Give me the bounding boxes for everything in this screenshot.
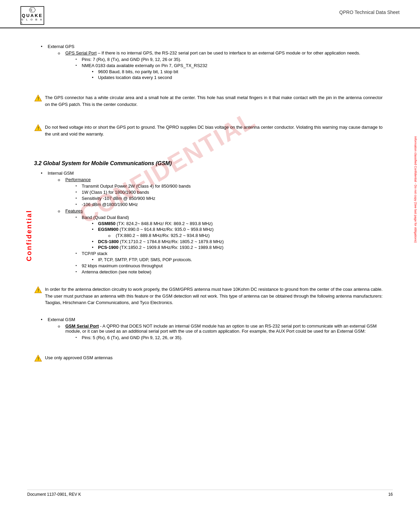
internal-gsm-section: Internal GSM Performance Transmit Output… bbox=[41, 171, 383, 274]
pcs1900-name: PCS-1900 bbox=[98, 245, 118, 250]
warning-icon-4: ! bbox=[34, 354, 42, 363]
perf-item-4: -106 dBm @1800/1900 MHz bbox=[76, 202, 383, 207]
throughput-text: 92 kbps maximum continuous throughput bbox=[82, 263, 163, 268]
warning-antenna-detection-text: In order for the antenna detection circu… bbox=[45, 286, 383, 306]
perf-text-2: 1W (Class 1) for 1800/1900 bands bbox=[82, 190, 149, 195]
pcs1900-detail: (TX:1850.2 ~ 1909.8 MHz/Rx: 1930.2 ~ 198… bbox=[120, 245, 224, 250]
antenna-det-item: Antenna detection (see note below) bbox=[76, 269, 383, 274]
gsm-serial-port-label: GSM Serial Port bbox=[65, 323, 99, 329]
logo-text-quake: QUAKE bbox=[22, 13, 43, 18]
tcpip-bullet-list: IP, TCP, SMTP, FTP, UDP, SMS, POP protoc… bbox=[92, 257, 383, 262]
warning-gps-connector-text: The GPS connector has a white circular a… bbox=[45, 94, 383, 108]
egsm900-name: EGSM900 bbox=[98, 227, 118, 232]
internal-gsm-item: Internal GSM Performance Transmit Output… bbox=[41, 171, 383, 274]
dcs1800-detail: (TX:1710.2 ~ 1784.8 MHz/Rx: 1805.2 ~ 187… bbox=[120, 239, 224, 244]
external-gps-item: External GPS GPS Serial Port – If there … bbox=[41, 44, 383, 80]
warning-gsm-antennas: ! Use only approved GSM antennas bbox=[34, 354, 383, 363]
svg-text:!: ! bbox=[38, 126, 39, 131]
egsm900-sub-text: (TX:880.2 ~ 889.8 MHz/Rx: 925.2 ~ 934.8 … bbox=[116, 233, 210, 238]
svg-text:!: ! bbox=[38, 288, 39, 293]
warning-gps-voltage-text: Do not feed voltage into or short the GP… bbox=[45, 124, 383, 137]
ext-gsm-pins-item: Pins: 5 (Rx), 6 (Tx), and GND (Pin 9, 12… bbox=[76, 335, 383, 340]
warning-icon-2: ! bbox=[34, 124, 42, 132]
internal-gsm-label: Internal GSM bbox=[48, 171, 74, 176]
external-gsm-label: External GSM bbox=[48, 317, 75, 322]
perf-text-4: -106 dBm @1800/1900 MHz bbox=[82, 202, 138, 207]
gps-serial-port-label: GPS Serial Port bbox=[65, 50, 97, 56]
left-confidential-label: Confidential bbox=[25, 210, 33, 262]
external-gps-section: External GPS GPS Serial Port – If there … bbox=[41, 44, 383, 80]
dcs1800-item: DCS-1800 (TX:1710.2 ~ 1784.8 MHz/Rx: 180… bbox=[92, 239, 383, 244]
gps-nmea-text: NMEA 0183 data available externally on P… bbox=[82, 63, 207, 68]
gps-square-list: Pins: 7 (Rx), 8 (Tx), and GND (Pin 9, 12… bbox=[76, 57, 383, 80]
header: Q QUAKE G L O B A L QPRO Technical Data … bbox=[0, 0, 420, 28]
gps-update-text: Updates location data every 1 second bbox=[98, 75, 172, 80]
performance-square-list: Transmit Output Power 2W (Class 4) for 8… bbox=[76, 184, 383, 207]
gps-baud-text: 9600 Baud, 8 bits, no parity bit, 1 stop… bbox=[98, 69, 178, 74]
footer: Document 1137-0901, REV K 16 bbox=[27, 490, 393, 497]
external-gsm-circle-list: GSM Serial Port - A QPRO that DOES NOT i… bbox=[58, 323, 383, 340]
band-item: Band (Quad Dual Band) GSM850 (TX: 824.2~… bbox=[76, 215, 383, 250]
features-item: Features Band (Quad Dual Band) GSM850 bbox=[58, 208, 383, 274]
warning-antenna-detection: ! In order for the antenna detection cir… bbox=[34, 286, 383, 306]
tcpip-protocols-item: IP, TCP, SMTP, FTP, UDP, SMS, POP protoc… bbox=[92, 257, 383, 262]
egsm900-item: EGSM900 (TX:890.0 ~ 914.8 MHz/Rx: 935.0 … bbox=[92, 227, 383, 238]
pcs1900-item: PCS-1900 (TX:1850.2 ~ 1909.8 MHz/Rx: 193… bbox=[92, 245, 383, 250]
gps-nmea-item: NMEA 0183 data available externally on P… bbox=[76, 63, 383, 80]
logo-area: Q QUAKE G L O B A L bbox=[20, 6, 44, 25]
perf-text-3: Sensitivity -107 dBm @ 850/900 MHz bbox=[82, 196, 155, 201]
gsm850-detail: (TX: 824.2~ 848.8 MHz/ RX: 869.2 ~ 893.8… bbox=[117, 221, 213, 226]
band-bullet-list: GSM850 (TX: 824.2~ 848.8 MHz/ RX: 869.2 … bbox=[92, 221, 383, 250]
tcpip-label: TCP/IP stack bbox=[82, 251, 108, 256]
perf-item-1: Transmit Output Power 2W (Class 4) for 8… bbox=[76, 184, 383, 189]
main-content: External GPS GPS Serial Port – If there … bbox=[0, 28, 410, 382]
footer-page-number: 16 bbox=[388, 492, 393, 497]
performance-label: Performance bbox=[65, 177, 91, 182]
ext-gsm-pins-text: Pins: 5 (Rx), 6 (Tx), and GND (Pin 9, 12… bbox=[82, 335, 182, 340]
external-gsm-section: External GSM GSM Serial Port - A QPRO th… bbox=[41, 317, 383, 340]
logo-box: Q QUAKE G L O B A L bbox=[20, 6, 44, 25]
quake-logo-icon: Q bbox=[28, 7, 37, 13]
logo-text-global: G L O B A L bbox=[21, 18, 44, 24]
external-gps-label: External GPS bbox=[48, 44, 75, 49]
band-label: Band (Quad Dual Band) bbox=[82, 215, 129, 220]
performance-item: Performance Transmit Output Power 2W (Cl… bbox=[58, 177, 383, 207]
gsm850-name: GSM850 bbox=[98, 221, 115, 226]
gps-nmea-sub-list: 9600 Baud, 8 bits, no parity bit, 1 stop… bbox=[92, 69, 383, 80]
gps-circle-list: GPS Serial Port – If there is no interna… bbox=[58, 50, 383, 80]
tcpip-item: TCP/IP stack IP, TCP, SMTP, FTP, UDP, SM… bbox=[76, 251, 383, 262]
perf-item-2: 1W (Class 1) for 1800/1900 bands bbox=[76, 190, 383, 195]
features-label: Features bbox=[65, 208, 83, 213]
throughput-item: 92 kbps maximum continuous throughput bbox=[76, 263, 383, 268]
svg-text:Q: Q bbox=[30, 8, 32, 11]
perf-text-1: Transmit Output Power 2W (Class 4) for 8… bbox=[82, 184, 191, 189]
warning-gps-voltage: ! Do not feed voltage into or short the … bbox=[34, 124, 383, 137]
gps-serial-port-item: GPS Serial Port – If there is no interna… bbox=[58, 50, 383, 80]
dcs1800-name: DCS-1800 bbox=[98, 239, 119, 244]
gsm850-item: GSM850 (TX: 824.2~ 848.8 MHz/ RX: 869.2 … bbox=[92, 221, 383, 226]
warning-gsm-antennas-text: Use only approved GSM antennas bbox=[45, 354, 383, 361]
features-square-list: Band (Quad Dual Band) GSM850 (TX: 824.2~… bbox=[76, 215, 383, 274]
tcpip-protocols-text: IP, TCP, SMTP, FTP, UDP, SMS, POP protoc… bbox=[98, 257, 192, 262]
antenna-det-text: Antenna detection (see note below) bbox=[82, 269, 151, 274]
gps-baud-item: 9600 Baud, 8 bits, no parity bit, 1 stop… bbox=[92, 69, 383, 74]
gps-update-item: Updates location data every 1 second bbox=[92, 75, 383, 80]
external-gsm-item: External GSM GSM Serial Port - A QPRO th… bbox=[41, 317, 383, 340]
egsm900-sub-item: (TX:880.2 ~ 889.8 MHz/Rx: 925.2 ~ 934.8 … bbox=[108, 233, 383, 238]
svg-text:!: ! bbox=[38, 357, 39, 361]
header-title: QPRO Technical Data Sheet bbox=[339, 6, 400, 15]
footer-doc-number: Document 1137-0901, REV K bbox=[27, 492, 81, 497]
warning-gps-connector: ! The GPS connector has a white circular… bbox=[34, 94, 383, 108]
ext-gsm-square-list: Pins: 5 (Rx), 6 (Tx), and GND (Pin 9, 12… bbox=[76, 335, 383, 340]
section-3-2-heading: 3.2 Global System for Mobile Communicati… bbox=[34, 160, 383, 167]
warning-icon-1: ! bbox=[34, 94, 42, 102]
gps-pins-item: Pins: 7 (Rx), 8 (Tx), and GND (Pin 9, 12… bbox=[76, 57, 383, 62]
egsm900-detail: (TX:890.0 ~ 914.8 MHz/Rx: 935.0 ~ 959.8 … bbox=[120, 227, 214, 232]
gps-pins-text: Pins: 7 (Rx), 8 (Tx), and GND (Pin 9, 12… bbox=[82, 57, 181, 62]
internal-gsm-circle-list: Performance Transmit Output Power 2W (Cl… bbox=[58, 177, 383, 274]
svg-text:!: ! bbox=[38, 96, 39, 101]
right-obligation-label: Information classified Confidential - Do… bbox=[414, 136, 417, 243]
gsm-serial-port-desc: - A QPRO that DOES NOT include an intern… bbox=[65, 323, 377, 334]
perf-item-3: Sensitivity -107 dBm @ 850/900 MHz bbox=[76, 196, 383, 201]
egsm900-sub-list: (TX:880.2 ~ 889.8 MHz/Rx: 925.2 ~ 934.8 … bbox=[108, 233, 383, 238]
